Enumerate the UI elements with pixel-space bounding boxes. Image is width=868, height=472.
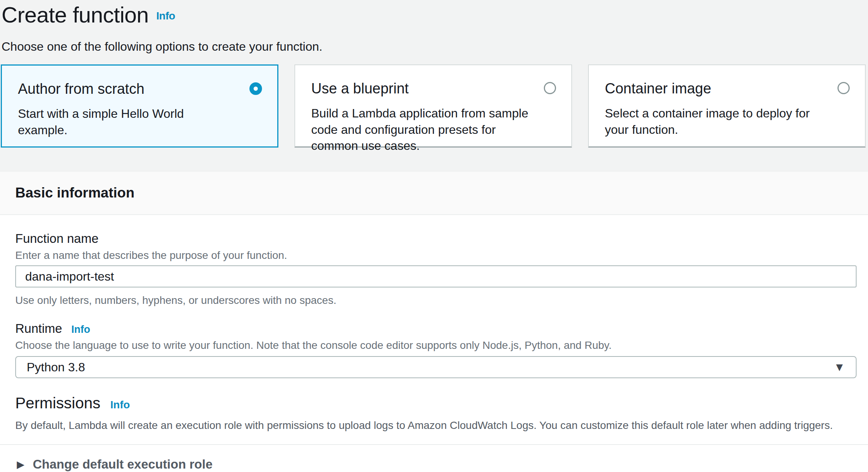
card-title: Author from scratch: [18, 81, 235, 98]
function-name-description: Enter a name that describes the purpose …: [15, 249, 857, 262]
basic-information-header: Basic information: [0, 172, 868, 215]
basic-information-heading: Basic information: [15, 185, 853, 201]
permissions-info-link[interactable]: Info: [110, 399, 130, 411]
card-title: Use a blueprint: [311, 80, 529, 97]
permissions-description: By default, Lambda will create an execut…: [15, 419, 857, 432]
execution-role-expander[interactable]: ▶ Change default execution role: [0, 445, 868, 472]
function-name-input[interactable]: [15, 265, 857, 287]
card-description: Start with a simple Hello World example.: [18, 106, 235, 138]
permissions-section: Permissions Info By default, Lambda will…: [15, 394, 857, 432]
function-name-field-group: Function name Enter a name that describe…: [15, 232, 857, 307]
runtime-description: Choose the language to use to write your…: [15, 339, 857, 352]
page-subtitle: Choose one of the following options to c…: [2, 40, 868, 54]
execution-role-expander-label: Change default execution role: [33, 457, 212, 472]
creation-option-cards: Author from scratch Start with a simple …: [1, 64, 866, 148]
card-description: Select a container image to deploy for y…: [605, 105, 823, 137]
card-description: Build a Lambda application from sample c…: [311, 105, 529, 154]
runtime-select[interactable]: Python 3.8 ▼: [15, 356, 857, 378]
permissions-heading: Permissions: [15, 394, 100, 412]
basic-information-body: Function name Enter a name that describe…: [0, 215, 868, 432]
runtime-label: Runtime: [15, 322, 62, 336]
option-card-use-a-blueprint[interactable]: Use a blueprint Build a Lambda applicati…: [294, 64, 572, 148]
page-title: Create functionInfo: [2, 2, 868, 28]
radio-selected-icon[interactable]: [249, 82, 262, 95]
caret-right-icon: ▶: [17, 459, 24, 469]
card-title: Container image: [605, 80, 823, 97]
runtime-selected-value: Python 3.8: [27, 360, 85, 374]
option-card-author-from-scratch[interactable]: Author from scratch Start with a simple …: [1, 64, 278, 148]
page-header: Create functionInfo Choose one of the fo…: [0, 0, 868, 54]
page-title-text: Create function: [2, 2, 149, 27]
runtime-field-group: Runtime Info Choose the language to use …: [15, 322, 857, 378]
radio-unselected-icon[interactable]: [837, 82, 850, 94]
title-info-link[interactable]: Info: [156, 10, 175, 22]
chevron-down-icon: ▼: [834, 361, 845, 373]
runtime-info-link[interactable]: Info: [71, 324, 90, 336]
basic-information-panel: Basic information Function name Enter a …: [0, 171, 868, 472]
function-name-constraint: Use only letters, numbers, hyphens, or u…: [15, 294, 857, 307]
option-card-container-image[interactable]: Container image Select a container image…: [588, 64, 866, 148]
radio-unselected-icon[interactable]: [544, 82, 556, 94]
function-name-label: Function name: [15, 232, 857, 246]
